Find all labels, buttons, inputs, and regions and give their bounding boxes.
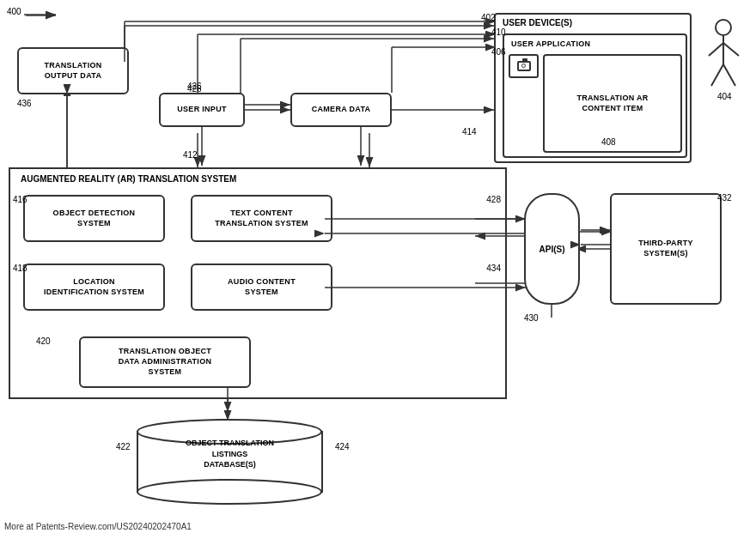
location-id-box: LOCATION IDENTIFICATION SYSTEM <box>23 263 165 311</box>
ref-420: 420 <box>36 336 51 346</box>
translation-obj-label: TRANSLATION OBJECT DATA ADMINISTRATION S… <box>119 347 212 377</box>
third-party-box: THIRD-PARTY SYSTEM(S) <box>610 193 722 305</box>
ref-416: 416 <box>13 195 27 204</box>
svg-point-47 <box>137 480 321 504</box>
audio-content-box: AUDIO CONTENT SYSTEM <box>191 263 332 311</box>
translation-obj-box: TRANSLATION OBJECT DATA ADMINISTRATION S… <box>79 336 251 388</box>
ref-434: 434 <box>486 263 501 273</box>
ar-system-box: AUGMENTED REALITY (AR) TRANSLATION SYSTE… <box>9 167 507 399</box>
camera-data-label: CAMERA DATA <box>312 105 371 115</box>
api-label: API(S) <box>540 245 565 254</box>
ref-414: 414 <box>462 127 477 136</box>
svg-line-25 <box>723 64 735 86</box>
third-party-label: THIRD-PARTY SYSTEM(S) <box>638 239 693 258</box>
object-detection-label: OBJECT DETECTION SYSTEM <box>53 209 136 228</box>
object-detection-box: OBJECT DETECTION SYSTEM <box>23 195 165 242</box>
translation-output-label: TRANSLATION OUTPUT DATA <box>44 61 101 81</box>
ref-432: 432 <box>717 193 732 203</box>
diagram-container: 400 TRANSLATION OUTPUT DATA 436 USER INP… <box>0 0 756 515</box>
svg-line-24 <box>711 64 723 86</box>
user-device-box: USER DEVICE(S) USER APPLICATION TRANSLAT… <box>494 13 692 163</box>
db-label: OBJECT TRANSLATION LISTINGS DATABASE(S) <box>133 438 326 470</box>
translation-ar-label: TRANSLATION AR CONTENT ITEM <box>576 94 648 113</box>
person-figure: 404 <box>704 17 743 101</box>
footer: More at Patents-Review.com/US20240202470… <box>4 522 192 531</box>
translation-output-box: TRANSLATION OUTPUT DATA <box>17 47 129 94</box>
ref-426-label: 426 <box>187 84 202 94</box>
ref-408: 408 <box>601 137 616 147</box>
location-id-label: LOCATION IDENTIFICATION SYSTEM <box>44 277 144 297</box>
ref-400: 400 <box>7 7 21 16</box>
camera-data-box: CAMERA DATA <box>290 93 392 127</box>
ref-428: 428 <box>486 195 501 204</box>
database-cylinder: OBJECT TRANSLATION LISTINGS DATABASE(S) <box>133 419 326 506</box>
user-device-label: USER DEVICE(S) <box>503 18 572 27</box>
user-app-label: USER APPLICATION <box>511 39 590 50</box>
svg-line-22 <box>709 43 723 56</box>
audio-content-label: AUDIO CONTENT SYSTEM <box>228 277 296 297</box>
user-input-box: USER INPUT <box>159 93 245 127</box>
api-box: API(S) <box>524 193 580 305</box>
svg-point-20 <box>716 20 731 35</box>
ref-418: 418 <box>13 263 27 273</box>
user-input-label: USER INPUT <box>177 105 227 115</box>
ref-412: 412 <box>183 150 198 160</box>
ref-436: 436 <box>17 99 32 108</box>
ref-406: 406 <box>491 47 506 57</box>
camera-icon <box>509 54 539 78</box>
ref-424: 424 <box>335 442 350 451</box>
ref-430: 430 <box>524 313 539 323</box>
user-application-box: USER APPLICATION TRANSLATION AR CONTENT … <box>503 33 687 158</box>
ref-422: 422 <box>116 442 131 451</box>
text-content-label: TEXT CONTENT TRANSLATION SYSTEM <box>215 209 308 228</box>
ar-system-label: AUGMENTED REALITY (AR) TRANSLATION SYSTE… <box>21 174 236 184</box>
svg-line-23 <box>723 43 739 56</box>
ref-410: 410 <box>491 27 506 37</box>
text-content-box: TEXT CONTENT TRANSLATION SYSTEM <box>191 195 332 242</box>
ref-402: 402 <box>481 13 496 22</box>
